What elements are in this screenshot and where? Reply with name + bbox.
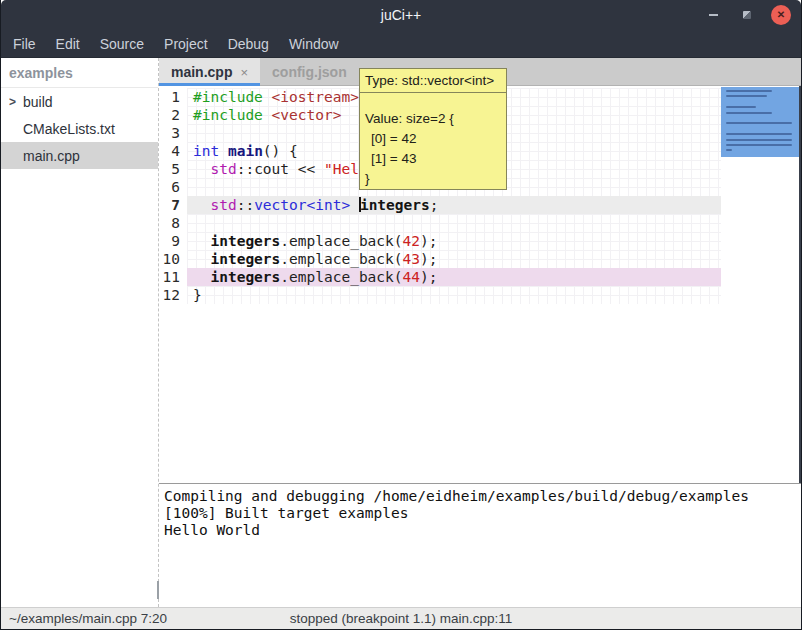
code-line[interactable]	[187, 214, 721, 232]
minimap-line	[726, 95, 767, 97]
code-token: ;	[430, 197, 439, 213]
menu-edit[interactable]: Edit	[46, 30, 90, 58]
code-token: integers	[210, 233, 280, 249]
code-line[interactable]: std::vector<int> integers;	[187, 196, 721, 214]
code-token	[193, 197, 210, 213]
menu-debug[interactable]: Debug	[218, 30, 279, 58]
code-token: vector<int>	[254, 197, 350, 213]
editor-row: 11 integers.emplace_back(44);	[159, 268, 721, 286]
minimap-line	[726, 122, 792, 124]
code-token: 42	[403, 233, 420, 249]
code-line[interactable]: }	[187, 286, 721, 304]
window-controls: ✕	[703, 0, 791, 30]
minimize-icon	[709, 14, 718, 16]
juci-window: juCi++ ✕ FileEditSourceProjectDebugWindo…	[0, 0, 802, 630]
code-token: ::	[237, 197, 254, 213]
file-label: CMakeLists.txt	[23, 121, 115, 137]
minimap-line	[726, 117, 730, 119]
code-line[interactable]: integers.emplace_back(43);	[187, 250, 721, 268]
restore-icon	[743, 11, 751, 19]
code-token	[350, 197, 359, 213]
menu-source[interactable]: Source	[90, 30, 154, 58]
console-line: [100%] Built target examples	[164, 505, 801, 522]
minimap-line	[726, 128, 730, 130]
code-token: #include	[193, 89, 263, 105]
minimap-line	[726, 144, 792, 146]
code-token: );	[420, 251, 437, 267]
value-tooltip: Value: size=2 {[0] = 42[1] = 43}	[359, 92, 507, 190]
editor-row: 7 std::vector<int> integers;	[159, 196, 721, 214]
line-number[interactable]: 1	[159, 88, 187, 106]
code-token: integers	[210, 269, 280, 285]
editor-row: 10 integers.emplace_back(43);	[159, 250, 721, 268]
code-token: main	[228, 143, 263, 159]
code-line[interactable]: integers.emplace_back(42);	[187, 232, 721, 250]
line-number[interactable]: 10	[159, 250, 187, 268]
code-token: std	[210, 161, 236, 177]
sidebar-item-main.cpp[interactable]: main.cpp	[1, 142, 158, 169]
code-token	[193, 161, 210, 177]
expander-icon[interactable]: >	[9, 95, 23, 109]
code-token: integers	[210, 251, 280, 267]
file-label: build	[23, 94, 53, 110]
line-number[interactable]: 7	[159, 196, 187, 214]
window-title: juCi++	[1, 7, 801, 23]
console-line: Compiling and debugging /home/eidheim/ex…	[164, 488, 801, 505]
file-tree-sidebar: examples >buildCMakeLists.txtmain.cpp	[1, 58, 159, 607]
type-tooltip: Type: std::vector<int>	[359, 68, 507, 93]
code-token: }	[193, 287, 202, 303]
code-token: .emplace_back(	[280, 269, 402, 285]
pane-divider-handle[interactable]	[157, 581, 159, 599]
close-icon: ✕	[777, 10, 785, 20]
code-token: #include	[193, 107, 263, 123]
code-token: );	[420, 269, 437, 285]
tab-config.json[interactable]: config.json	[260, 58, 359, 86]
line-number[interactable]: 2	[159, 106, 187, 124]
code-line[interactable]: integers.emplace_back(44);	[187, 268, 721, 286]
line-number[interactable]: 12	[159, 286, 187, 304]
close-button[interactable]: ✕	[771, 5, 791, 25]
code-token: () {	[263, 143, 298, 159]
value-tooltip-line: [0] = 42	[365, 129, 506, 149]
file-tree: >buildCMakeLists.txtmain.cpp	[1, 88, 158, 169]
menu-project[interactable]: Project	[154, 30, 218, 58]
line-number[interactable]: 8	[159, 214, 187, 232]
tab-label: main.cpp	[171, 64, 232, 80]
minimap-line	[726, 112, 772, 114]
code-token: ::cout <<	[237, 161, 324, 177]
menu-window[interactable]: Window	[279, 30, 349, 58]
tab-close-icon[interactable]: ×	[240, 65, 248, 80]
value-tooltip-line: Value: size=2 {	[365, 109, 506, 129]
code-token: integers	[360, 197, 430, 213]
code-token	[263, 107, 272, 123]
build-console[interactable]: Compiling and debugging /home/eidheim/ex…	[159, 483, 801, 607]
code-token	[193, 269, 210, 285]
minimap-line	[726, 139, 792, 141]
code-token: 44	[403, 269, 420, 285]
line-number[interactable]: 3	[159, 124, 187, 142]
minimap-line	[726, 101, 730, 103]
sidebar-item-cmakelists.txt[interactable]: CMakeLists.txt	[1, 115, 158, 142]
minimap[interactable]	[721, 86, 801, 483]
menu-file[interactable]: File	[3, 30, 46, 58]
code-token: "Hel	[324, 161, 359, 177]
code-token: <vector>	[272, 107, 342, 123]
line-number[interactable]: 6	[159, 178, 187, 196]
value-tooltip-line: }	[365, 169, 506, 189]
code-token: .emplace_back(	[280, 251, 402, 267]
restore-button[interactable]	[737, 5, 757, 25]
code-token: 43	[403, 251, 420, 267]
titlebar[interactable]: juCi++ ✕	[1, 0, 801, 30]
minimap-line	[726, 133, 792, 135]
sidebar-item-build[interactable]: >build	[1, 88, 158, 115]
tab-main.cpp[interactable]: main.cpp×	[159, 58, 260, 86]
line-number[interactable]: 5	[159, 160, 187, 178]
code-token	[193, 251, 210, 267]
value-tooltip-line: [1] = 43	[365, 149, 506, 169]
line-number[interactable]: 11	[159, 268, 187, 286]
minimize-button[interactable]	[703, 5, 723, 25]
line-number[interactable]: 4	[159, 142, 187, 160]
status-debug-state: stopped (breakpoint 1.1) main.cpp:11	[1, 608, 801, 630]
line-number[interactable]: 9	[159, 232, 187, 250]
minimap-viewport[interactable]	[721, 87, 799, 157]
